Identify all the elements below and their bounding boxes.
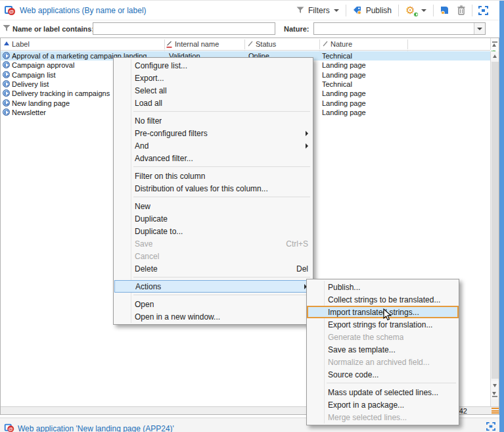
top-toolbar: @ Web applications (By name or label) Fi… [0, 1, 499, 20]
context-menu-item-export[interactable]: Export... [114, 72, 313, 84]
context-menu-item-open-in-a-new-window[interactable]: Open in a new window... [114, 310, 313, 323]
context-menu-item-pre-configured-filters[interactable]: Pre-configured filters [114, 127, 313, 139]
submenu-item-merge-selected-lines: Merge selected lines... [307, 411, 459, 423]
menu-item-label: Load all [135, 99, 162, 108]
new-item-button[interactable] [436, 3, 453, 18]
menu-item-label: Export in a package... [328, 400, 404, 410]
play-icon [3, 99, 10, 107]
column-divider[interactable] [407, 39, 408, 49]
mouse-cursor [383, 308, 392, 322]
cell-nature: Technical [322, 80, 406, 89]
submenu-item-publish[interactable]: Publish... [307, 281, 459, 293]
menu-item-label: Open [135, 300, 154, 309]
context-menu-item-delete[interactable]: DeleteDel [114, 262, 313, 275]
context-menu-item-filter-on-this-column[interactable]: Filter on this column [114, 170, 313, 182]
context-menu-item-advanced-filter[interactable]: Advanced filter... [114, 152, 313, 164]
column-header-internal-name[interactable]: Internal name [175, 40, 219, 48]
cell-nature: Landing page [322, 60, 406, 70]
cell-nature: Landing page [322, 70, 406, 80]
sort-ascending-icon[interactable] [4, 41, 9, 45]
expand-icon [478, 6, 488, 15]
context-menu-separator [114, 195, 313, 200]
gear-icon: ⚙ [405, 5, 417, 16]
menu-item-label: Delete [135, 264, 158, 274]
play-icon [3, 108, 10, 116]
context-menu-item-duplicate-to[interactable]: Duplicate to... [114, 225, 313, 237]
submenu-item-collect-strings-to-be-translated[interactable]: Collect strings to be translated... [307, 293, 459, 306]
context-menu-item-distribution-of-values-for-this-column[interactable]: Distribution of values for this column..… [114, 182, 313, 195]
scroll-to-top-button[interactable] [490, 38, 499, 50]
context-menu-item-actions[interactable]: Actions [114, 280, 312, 293]
web-application-icon: @ [5, 423, 14, 432]
web-application-icon: @ [5, 5, 15, 15]
publish-button[interactable]: Publish [348, 3, 396, 18]
page-title: Web applications (By name or label) [20, 6, 147, 15]
nature-filter-combobox[interactable] [313, 22, 486, 35]
play-badge-icon [413, 12, 419, 17]
new-item-icon [440, 5, 449, 15]
nature-dropdown-button[interactable] [474, 23, 485, 34]
delete-button[interactable] [453, 3, 470, 18]
column-divider[interactable] [244, 39, 245, 49]
sort-icon[interactable] [248, 41, 253, 47]
loading-lines-icon[interactable] [492, 408, 499, 414]
publish-button-label: Publish [366, 6, 392, 15]
menu-item-label: Cancel [135, 252, 159, 261]
menu-item-label: Export strings for translation... [328, 320, 432, 329]
toolbar-separator [398, 5, 399, 16]
sort-icon[interactable] [323, 41, 328, 47]
context-menu-item-and[interactable]: And [114, 139, 313, 152]
row-count: 42 [459, 407, 467, 415]
submenu-item-mass-update-of-selected-lines[interactable]: Mass update of selected lines... [307, 386, 459, 398]
context-menu-item-configure-list[interactable]: Configure list... [114, 59, 313, 72]
toolbar-separator [433, 5, 434, 16]
expand-icon[interactable] [486, 422, 495, 431]
triangle-down-icon [492, 392, 496, 395]
scroll-down-button[interactable] [491, 381, 499, 390]
scroll-up-button[interactable] [491, 51, 499, 60]
detail-view-button[interactable] [474, 3, 492, 18]
menu-item-label: Save [135, 239, 152, 249]
workflow-actions-button[interactable]: ⚙ [401, 3, 431, 18]
column-divider[interactable] [319, 39, 320, 49]
breadcrumb: @ Web applications (By name or label) [0, 5, 147, 15]
status-bar-link[interactable]: Web application 'New landing page (APP24… [18, 424, 174, 432]
name-filter-label: Name or label contains: [12, 25, 94, 33]
context-menu-item-select-all[interactable]: Select all [114, 84, 313, 97]
play-icon [3, 61, 10, 68]
context-menu-item-new[interactable]: New [114, 200, 313, 212]
table-header [1, 38, 490, 51]
menu-item-label: Open in a new window... [135, 312, 220, 322]
column-header-nature[interactable]: Nature [331, 40, 352, 48]
funnel-icon [3, 24, 11, 32]
submenu-item-save-as-template[interactable]: Save as template... [307, 343, 459, 356]
name-filter-input[interactable] [93, 22, 275, 35]
column-header-status[interactable]: Status [256, 40, 276, 48]
context-menu-item-load-all[interactable]: Load all [114, 97, 313, 109]
submenu-item-source-code[interactable]: Source code... [307, 368, 459, 381]
filters-button[interactable]: Filters [292, 3, 344, 18]
submenu-item-export-in-a-package[interactable]: Export in a package... [307, 398, 459, 411]
context-menu-item-no-filter[interactable]: No filter [114, 114, 313, 127]
menu-item-label: Actions [135, 282, 161, 291]
toolbar-separator [346, 5, 346, 16]
column-divider[interactable] [164, 39, 165, 49]
menu-item-label: Duplicate to... [135, 227, 183, 236]
menu-item-label: Source code... [328, 370, 378, 379]
scrollbar-thumb[interactable] [492, 62, 499, 379]
triangle-down-icon [493, 384, 497, 387]
nature-filter-input[interactable] [314, 23, 474, 34]
context-menu: Configure list...Export...Select allLoad… [113, 57, 313, 325]
menu-item-label: Advanced filter... [135, 154, 193, 163]
load-more-button[interactable] [491, 390, 499, 399]
menu-item-shortcut: Ctrl+S [277, 239, 308, 249]
cell-nature: Technical [322, 51, 406, 60]
vertical-scrollbar[interactable] [490, 51, 499, 406]
context-menu-separator [114, 164, 313, 170]
column-header-label[interactable]: Label [12, 40, 30, 48]
context-menu-item-open[interactable]: Open [114, 298, 313, 310]
submenu-arrow-icon [306, 143, 308, 149]
context-menu-item-duplicate[interactable]: Duplicate [114, 212, 313, 225]
triangle-up-icon [492, 43, 496, 47]
sort-icon[interactable] [166, 41, 172, 48]
